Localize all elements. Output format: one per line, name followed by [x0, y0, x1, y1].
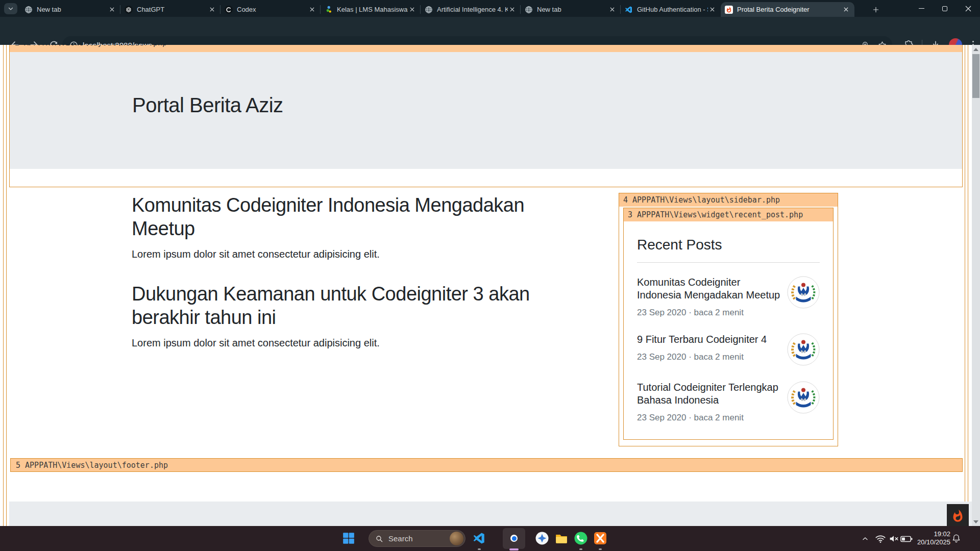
tab-close-icon[interactable] — [408, 5, 416, 14]
running-indicator-dot — [478, 548, 481, 550]
taskbar-chrome-icon[interactable] — [507, 532, 521, 545]
search-icon — [375, 535, 383, 543]
vscode-icon — [625, 6, 633, 14]
widget-title: Recent Posts — [637, 237, 820, 253]
university-logo-icon — [787, 276, 820, 309]
recent-post-item: Komunitas Codeigniter Indonesia Mengadak… — [637, 276, 820, 318]
article-title: Dukungan Keamanan untuk Codeigniter 3 ak… — [132, 283, 591, 329]
tab-new-tab-2[interactable]: New tab — [521, 2, 621, 17]
recent-posts-widget: Recent Posts Komunitas Codeigniter Indon… — [624, 221, 833, 439]
codex-icon — [225, 6, 233, 14]
page-viewport: 2 APPPATH\Views\layout\header.php Portal… — [0, 45, 972, 526]
tab-title: New tab — [537, 6, 608, 13]
tab-title: GitHub Authentication - S — [637, 6, 708, 13]
tab-title: Artificial Intelligence 4. Kr — [437, 6, 508, 13]
scroll-down-icon[interactable] — [972, 517, 980, 526]
globe-icon — [525, 6, 533, 14]
tab-title: Kelas | LMS Mahasiswa — [337, 6, 408, 13]
taskbar-file-explorer-icon[interactable] — [555, 532, 568, 545]
wifi-icon[interactable] — [875, 526, 886, 551]
scrollbar-thumb[interactable] — [972, 54, 979, 98]
globe-icon — [425, 6, 433, 14]
tab-codex[interactable]: Codex — [220, 2, 321, 17]
globe-icon — [24, 6, 33, 14]
tab-close-icon[interactable] — [842, 5, 850, 14]
university-logo-icon — [787, 381, 820, 414]
clock-time: 19:02 — [914, 530, 950, 538]
lms-icon — [325, 6, 333, 14]
window-maximize-button[interactable] — [933, 0, 957, 17]
article-excerpt: Lorem ipsum dolor sit amet consectetur a… — [132, 337, 591, 349]
tab-lms-mahasiswa[interactable]: Kelas | LMS Mahasiswa — [321, 2, 421, 17]
notification-bell-icon[interactable] — [951, 526, 961, 551]
debug-sidebar-box: 4 APPPATH\Views\layout\sidebar.php 3 APP… — [619, 193, 838, 446]
tab-artificial-intelligence[interactable]: Artificial Intelligence 4. Kr — [421, 2, 521, 17]
tab-new-tab-1[interactable]: New tab — [20, 2, 120, 17]
page-title: Portal Berita Aziz — [132, 94, 962, 117]
tab-github-authentication[interactable]: GitHub Authentication - S — [621, 2, 721, 17]
tab-close-icon[interactable] — [608, 5, 617, 14]
debug-label-recent-post: 3 APPPATH\Views\widget\recent_post.php — [624, 208, 833, 221]
start-button[interactable] — [342, 532, 355, 545]
tab-portal-berita-active[interactable]: Protal Berita Codeigniter — [721, 2, 854, 17]
taskbar-edge-icon[interactable] — [492, 532, 505, 545]
taskbar-search-box[interactable]: Search — [369, 530, 465, 547]
taskbar-whatsapp-icon[interactable] — [574, 532, 587, 545]
taskbar-xampp-icon[interactable] — [594, 532, 607, 545]
tab-title: Protal Berita Codeigniter — [737, 6, 842, 13]
codeigniter-flame-icon — [725, 6, 733, 14]
tabs-container: New tab ChatGPT Codex — [20, 2, 854, 17]
battery-icon[interactable] — [900, 526, 913, 551]
post-meta: 23 Sep 2020 · baca 2 menit — [637, 413, 787, 423]
tab-title: ChatGPT — [137, 6, 208, 13]
running-indicator-dot — [579, 548, 582, 550]
recent-post-item: 9 Fitur Terbaru Codeigniter 4 23 Sep 202… — [637, 333, 820, 366]
widget-divider — [637, 262, 820, 263]
post-title-link[interactable]: 9 Fitur Terbaru Codeigniter 4 — [637, 333, 787, 346]
tab-close-icon[interactable] — [308, 5, 316, 14]
volume-muted-icon[interactable] — [888, 526, 899, 551]
window-close-button[interactable] — [957, 0, 980, 17]
post-meta: 23 Sep 2020 · baca 2 menit — [637, 308, 787, 318]
tab-close-icon[interactable] — [108, 5, 116, 14]
tab-close-icon[interactable] — [208, 5, 216, 14]
tab-chatgpt[interactable]: ChatGPT — [120, 2, 220, 17]
debug-label-header-clipped: 2 APPPATH\Views\layout\header.php — [10, 45, 962, 52]
tab-close-icon[interactable] — [508, 5, 517, 14]
tab-title: Codex — [237, 6, 308, 13]
new-tab-plus-icon[interactable] — [870, 4, 882, 16]
clock-date: 20/10/2025 — [914, 538, 950, 546]
post-title-link[interactable]: Komunitas Codeigniter Indonesia Mengadak… — [637, 276, 787, 302]
taskbar-app-icon[interactable] — [535, 532, 549, 545]
tab-search-chevron-icon[interactable] — [4, 3, 17, 14]
window-controls — [910, 0, 980, 17]
debug-label-sidebar: 4 APPPATH\Views\layout\sidebar.php — [619, 193, 838, 207]
active-indicator-underline — [509, 548, 519, 550]
browser-toolbar: localhost:8080/news — [0, 17, 980, 45]
site-header-jumbotron: Portal Berita Aziz — [10, 52, 962, 169]
tray-chevron-up-icon[interactable] — [862, 526, 869, 551]
debug-label-footer: 5 APPPATH\Views\layout\footer.php — [10, 458, 963, 472]
post-title-link[interactable]: Tutorial Codeigniter Terlengkap Bahasa I… — [637, 381, 787, 407]
news-article-list: Komunitas Codeigniter Indonesia Mengadak… — [132, 194, 591, 371]
codeigniter-debug-toolbar-button[interactable] — [947, 504, 969, 526]
taskbar-clock[interactable]: 19:02 20/10/2025 — [914, 530, 950, 546]
university-logo-icon — [787, 333, 820, 366]
window-minimize-button[interactable] — [910, 0, 933, 17]
scroll-up-icon[interactable] — [972, 45, 980, 54]
debug-header-box: 2 APPPATH\Views\layout\header.php Portal… — [9, 45, 963, 187]
page-scrollbar[interactable] — [972, 45, 980, 526]
browser-tab-strip: New tab ChatGPT Codex — [0, 0, 980, 17]
debug-recent-post-box: 3 APPPATH\Views\widget\recent_post.php R… — [623, 208, 834, 440]
tab-close-icon[interactable] — [708, 5, 717, 14]
taskbar-vscode-icon[interactable] — [473, 532, 486, 545]
windows-taskbar: Search 19:02 20/10/2025 — [0, 526, 980, 551]
chatgpt-icon — [125, 6, 133, 14]
recent-post-item: Tutorial Codeigniter Terlengkap Bahasa I… — [637, 381, 820, 423]
site-footer-strip — [9, 502, 972, 526]
search-placeholder: Search — [388, 534, 450, 543]
article-title: Komunitas Codeigniter Indonesia Mengadak… — [132, 194, 591, 240]
post-meta: 23 Sep 2020 · baca 2 menit — [637, 352, 787, 362]
search-highlight-image[interactable] — [450, 532, 463, 545]
article-excerpt: Lorem ipsum dolor sit amet consectetur a… — [132, 248, 591, 260]
